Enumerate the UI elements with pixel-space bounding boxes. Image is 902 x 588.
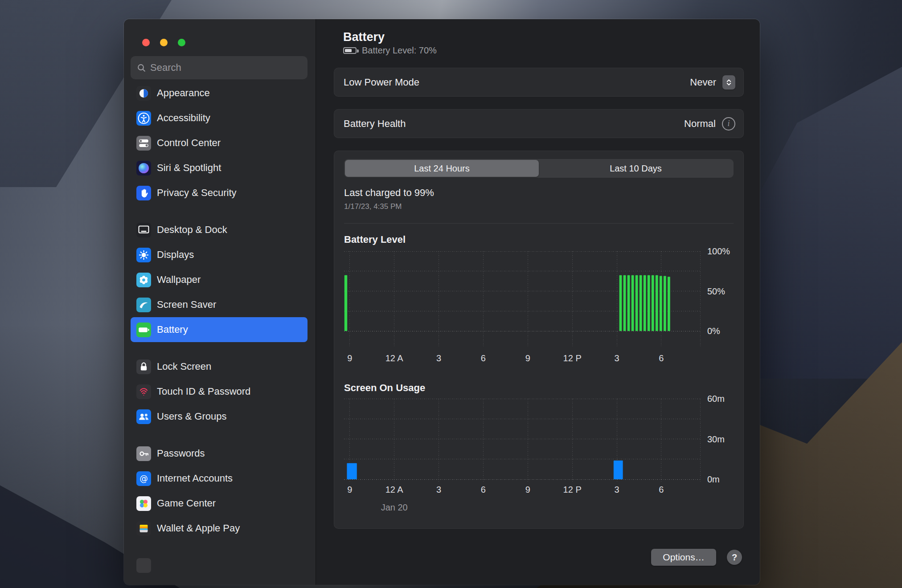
chart-bar — [347, 463, 357, 479]
sidebar-item-label: Displays — [157, 249, 194, 261]
zoom-button[interactable] — [178, 39, 185, 46]
last-charged-text: Last charged to 99% — [344, 187, 734, 199]
tab-last-10-days[interactable]: Last 10 Days — [539, 160, 733, 177]
wallet-icon — [136, 521, 151, 536]
y-axis-label: 100% — [707, 245, 730, 257]
battery-level-icon — [343, 47, 357, 54]
time-range-segmented-control: Last 24 Hours Last 10 Days — [344, 159, 734, 178]
sidebar-item-label: Screen Saver — [157, 299, 216, 310]
sidebar-group — [131, 553, 308, 578]
sidebar-item-wallpaper[interactable]: Wallpaper — [131, 267, 308, 292]
battery-level-text: Battery Level: 70% — [362, 45, 437, 56]
options-button[interactable]: Options… — [651, 549, 716, 566]
sidebar-item-label: Accessibility — [157, 112, 210, 124]
chart-bar — [636, 275, 638, 331]
chart-bar — [623, 275, 626, 331]
battery-icon — [136, 323, 151, 337]
sidebar-item-appearance[interactable]: Appearance — [131, 81, 308, 106]
sidebar-item-game-center[interactable]: Game Center — [131, 491, 308, 516]
sidebar-item-accessibility[interactable]: Accessibility — [131, 106, 308, 131]
y-axis-label: 50% — [707, 286, 725, 297]
x-axis-label: 9 — [510, 353, 545, 363]
sidebar-item-battery[interactable]: Battery — [131, 317, 308, 342]
page-title: Battery — [343, 30, 760, 44]
sidebar-item-label: Control Center — [157, 137, 221, 149]
internet-accounts-icon: @ — [136, 471, 151, 486]
sidebar-item-wallet-apple-pay[interactable]: Wallet & Apple Pay — [131, 516, 308, 541]
x-axis-label: 12 P — [554, 353, 590, 363]
y-axis-labels: 60m30m0m — [700, 399, 734, 479]
chart-title: Screen On Usage — [344, 382, 734, 394]
battery-health-row: Battery Health Normal i — [334, 109, 744, 138]
touch-id-icon — [136, 384, 151, 399]
sidebar-item-control-center[interactable]: Control Center — [131, 131, 308, 155]
privacy-security-icon — [136, 186, 151, 200]
x-axis-label: 6 — [465, 353, 501, 363]
svg-text:@: @ — [139, 474, 148, 483]
sidebar-nav: AppearanceAccessibilityControl CenterSir… — [131, 81, 308, 578]
sidebar-item-label: Privacy & Security — [157, 187, 237, 199]
sidebar-item-label: Wallet & Apple Pay — [157, 523, 240, 534]
accessibility-icon — [136, 111, 151, 126]
minimize-button[interactable] — [160, 39, 168, 46]
low-power-mode-popup-button[interactable] — [722, 75, 735, 90]
x-axis-sublabels: Jan 20 — [344, 502, 700, 515]
sidebar-item-label: Game Center — [157, 498, 216, 509]
passwords-icon — [136, 446, 151, 461]
x-axis-labels: 912 A36912 P36 — [344, 353, 700, 367]
screen-saver-icon — [136, 298, 151, 312]
sidebar-item-label: Users & Groups — [157, 411, 227, 422]
sidebar-item-lock-screen[interactable]: Lock Screen — [131, 354, 308, 379]
info-icon[interactable]: i — [722, 117, 735, 131]
chart-bar — [640, 275, 642, 331]
wallpaper-icon — [136, 273, 151, 287]
last-charged-info: Last charged to 99% 1/17/23, 4:35 PM — [344, 187, 734, 212]
chart-bar — [668, 277, 670, 331]
sidebar-item-label: Desktop & Dock — [157, 224, 227, 236]
y-axis-label: 0% — [707, 325, 720, 337]
battery-level-plot — [344, 251, 700, 331]
close-button[interactable] — [142, 39, 150, 46]
chart-bar — [656, 275, 658, 331]
chart-bar — [644, 275, 646, 331]
search-input[interactable] — [150, 62, 301, 74]
sidebar-item-desktop-dock[interactable]: Desktop & Dock — [131, 217, 308, 242]
x-axis-labels: 912 A36912 P36 — [344, 485, 700, 496]
siri-spotlight-icon — [136, 161, 151, 176]
screen-on-usage-plot — [344, 399, 700, 479]
chart-canvas — [344, 399, 700, 483]
low-power-mode-value: Never — [690, 77, 716, 88]
window-controls — [131, 19, 308, 46]
sidebar-item-passwords[interactable]: Passwords — [131, 441, 308, 466]
sidebar-item-displays[interactable]: Displays — [131, 242, 308, 267]
sidebar-item-partial[interactable] — [131, 553, 308, 578]
sidebar-item-privacy-security[interactable]: Privacy & Security — [131, 180, 308, 205]
sidebar-item-screen-saver[interactable]: Screen Saver — [131, 292, 308, 317]
sidebar-item-users-groups[interactable]: Users & Groups — [131, 404, 308, 429]
search-field[interactable] — [131, 56, 308, 79]
x-axis-label: 12 P — [554, 485, 590, 495]
lock-screen-icon — [136, 359, 151, 374]
chart-bar — [631, 275, 634, 331]
help-button[interactable]: ? — [727, 550, 742, 565]
desktop-dock-icon — [136, 223, 151, 237]
sidebar-item-siri-spotlight[interactable]: Siri & Spotlight — [131, 155, 308, 180]
sidebar-item-label: Appearance — [157, 87, 210, 99]
chevron-up-down-icon — [726, 78, 732, 87]
x-axis-label: 6 — [644, 485, 679, 495]
sidebar-item-label: Passwords — [157, 448, 205, 459]
chart-bar — [648, 275, 650, 331]
sidebar-item-label: Wallpaper — [157, 274, 201, 286]
battery-health-label: Battery Health — [344, 118, 406, 130]
generic-icon — [136, 558, 151, 573]
y-axis-labels: 100%50%0% — [700, 251, 734, 331]
sidebar-item-label: Siri & Spotlight — [157, 162, 221, 174]
tab-last-24-hours[interactable]: Last 24 Hours — [345, 160, 539, 177]
x-axis-label: 3 — [599, 485, 635, 495]
sidebar-item-internet-accounts[interactable]: @Internet Accounts — [131, 466, 308, 491]
settings-sidebar: AppearanceAccessibilityControl CenterSir… — [124, 19, 316, 585]
sidebar-item-label: Battery — [157, 324, 188, 335]
search-icon — [137, 63, 146, 73]
sidebar-item-touch-id-password[interactable]: Touch ID & Password — [131, 379, 308, 404]
x-axis-label: 9 — [332, 485, 368, 495]
